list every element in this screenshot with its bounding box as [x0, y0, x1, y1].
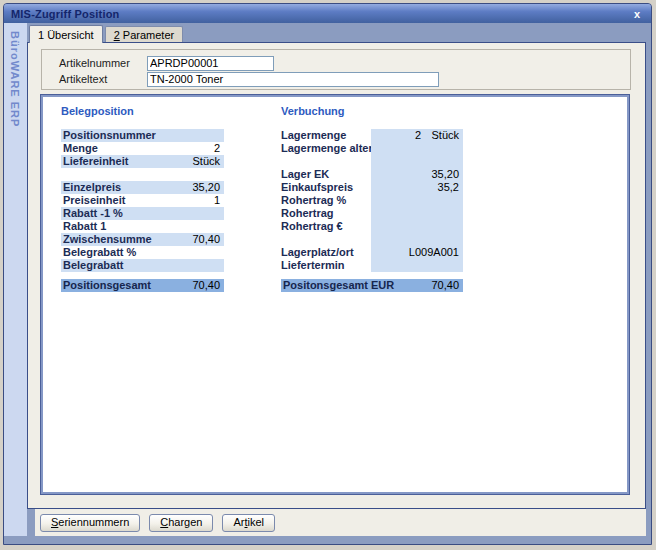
client-area: BüroWARE ERP 1 Übersicht 2 Parameter Art…	[4, 23, 651, 544]
belegposition-column: Belegposition Positionsnummer Menge2 Lie…	[61, 105, 224, 292]
row-value	[184, 220, 224, 233]
table-row: Lagermenge2Stück	[281, 129, 463, 142]
table-row-spacer	[281, 155, 463, 168]
row-value: 70,40	[184, 233, 224, 246]
table-row: Lagerplatz/ortL009A001	[281, 246, 463, 259]
row-label: Belegrabatt %	[61, 246, 184, 259]
title-bar: MIS-Zugriff Position x	[4, 4, 651, 23]
button-label-part: ikel	[248, 516, 265, 528]
button-label-part: hargen	[168, 516, 202, 528]
button-label-part: Ar	[233, 516, 244, 528]
row-value: 2	[371, 129, 425, 142]
artikel-button[interactable]: Artikel	[222, 514, 275, 532]
row-value	[184, 129, 224, 142]
row-value	[184, 246, 224, 259]
table-row: Belegrabatt	[61, 259, 224, 272]
row-value-field: 35,2	[371, 181, 463, 194]
row-value: 2	[184, 142, 224, 155]
row-value-field	[371, 194, 463, 207]
article-group-box: Artikelnummer Artikeltext	[41, 49, 631, 90]
row-value	[371, 142, 463, 155]
table-row: Lagermenge altern.	[281, 142, 463, 155]
row-label: Belegrabatt	[61, 259, 184, 272]
row-value-field	[371, 155, 463, 168]
table-row: Einzelpreis35,20	[61, 181, 224, 194]
row-label: Lagermenge	[281, 129, 371, 142]
row-value: 35,20	[371, 168, 463, 181]
tab-uebersicht[interactable]: 1 Übersicht	[29, 25, 103, 43]
row-value: Stück	[184, 155, 224, 168]
row-label: Lagermenge altern.	[281, 142, 371, 155]
artikelnummer-input[interactable]	[147, 56, 274, 71]
row-label: Lager EK	[281, 168, 371, 181]
table-row: Rohertrag	[281, 207, 463, 220]
total-value: 70,40	[431, 279, 463, 292]
row-label: Lagerplatz/ort	[281, 246, 371, 259]
belegposition-header: Belegposition	[61, 105, 224, 118]
brand-strip: BüroWARE ERP	[4, 23, 27, 536]
total-label: Positionsgesamt	[61, 279, 192, 292]
app-window: MIS-Zugriff Position x BüroWARE ERP 1 Üb…	[3, 3, 652, 545]
chargen-button[interactable]: Chargen	[149, 514, 213, 532]
main-area: 1 Übersicht 2 Parameter Artikelnummer Ar…	[27, 23, 651, 536]
data-panel: Belegposition Positionsnummer Menge2 Lie…	[41, 95, 629, 494]
table-row: Preiseinheit1	[61, 194, 224, 207]
table-row-spacer	[61, 168, 224, 181]
row-value	[371, 220, 463, 233]
row-value	[184, 207, 224, 220]
table-row: Rabatt 1	[61, 220, 224, 233]
tab-bar: 1 Übersicht 2 Parameter	[27, 23, 646, 42]
row-value: 35,2	[371, 181, 463, 194]
row-label: Menge	[61, 142, 184, 155]
row-value	[371, 259, 463, 272]
row-label: Einzelpreis	[61, 181, 184, 194]
row-label: Rohertrag	[281, 207, 371, 220]
positionsgesamt-total-row: Positionsgesamt70,40	[61, 279, 224, 292]
button-label-part: eriennummern	[58, 516, 129, 528]
artikelnummer-row: Artikelnummer	[59, 55, 630, 71]
table-row: Belegrabatt %	[61, 246, 224, 259]
row-label: Zwischensumme	[61, 233, 184, 246]
row-value-field	[371, 142, 463, 155]
total-label: Positonsgesamt EUR	[281, 279, 431, 292]
table-row-spacer	[281, 233, 463, 246]
row-label: Rabatt -1 %	[61, 207, 184, 220]
verbuchung-header: Verbuchung	[281, 105, 463, 118]
row-label: Rohertrag %	[281, 194, 371, 207]
row-label: Liefertermin	[281, 259, 371, 272]
button-bar: Seriennummern Chargen Artikel	[35, 509, 646, 536]
row-value-field: L009A001	[371, 246, 463, 259]
seriennummern-button[interactable]: Seriennummern	[40, 514, 140, 532]
row-label: Positionsnummer	[61, 129, 184, 142]
tab-parameter-label: Parameter	[120, 29, 174, 41]
row-label: Liefereinheit	[61, 155, 184, 168]
close-button[interactable]: x	[630, 7, 644, 21]
table-row: LiefereinheitStück	[61, 155, 224, 168]
row-label	[281, 155, 371, 168]
artikelnummer-label: Artikelnummer	[59, 57, 147, 69]
artikeltext-label: Artikeltext	[59, 73, 147, 85]
artikeltext-input[interactable]	[147, 72, 439, 87]
row-value-field: 35,20	[371, 168, 463, 181]
row-value: L009A001	[371, 246, 463, 259]
table-row: Liefertermin	[281, 259, 463, 272]
row-label: Rabatt 1	[61, 220, 184, 233]
artikeltext-row: Artikeltext	[59, 71, 630, 87]
table-row: Menge2	[61, 142, 224, 155]
row-value-field	[371, 233, 463, 246]
table-row: Rohertrag €	[281, 220, 463, 233]
row-value-field	[371, 220, 463, 233]
row-value-field	[371, 207, 463, 220]
table-row: Lager EK35,20	[281, 168, 463, 181]
positionsgesamt-eur-total-row: Positonsgesamt EUR70,40	[281, 279, 463, 292]
row-value	[184, 259, 224, 272]
tab-page-uebersicht: Artikelnummer Artikeltext Belegposition …	[27, 42, 646, 509]
row-value: 1	[184, 194, 224, 207]
row-value: 35,20	[184, 181, 224, 194]
row-value	[371, 194, 463, 207]
tab-parameter[interactable]: 2 Parameter	[105, 26, 184, 42]
row-label: Einkaufspreis	[281, 181, 371, 194]
table-row: Einkaufspreis35,2	[281, 181, 463, 194]
table-row: Positionsnummer	[61, 129, 224, 142]
row-label: Preiseinheit	[61, 194, 184, 207]
